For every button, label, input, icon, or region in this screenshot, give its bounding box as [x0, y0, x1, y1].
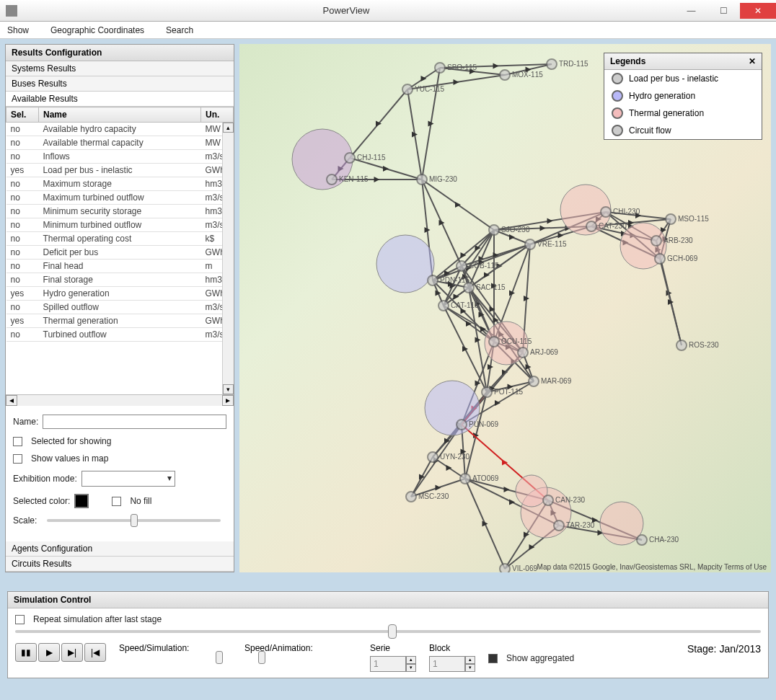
legends-close-icon[interactable]: ✕	[749, 56, 756, 66]
block-down-icon[interactable]: ▾	[465, 664, 475, 672]
table-row[interactable]: noInflowsm3/s	[6, 150, 234, 164]
block-label: Block	[429, 643, 475, 653]
results-sidebar: Results Configuration Systems Results Bu…	[5, 44, 234, 572]
col-sel[interactable]: Sel.	[6, 107, 39, 123]
block-input[interactable]	[429, 656, 465, 672]
menu-geo-coordinates[interactable]: Geographic Coordinates	[50, 25, 144, 35]
bus-node[interactable]	[528, 376, 539, 387]
map-view[interactable]: SBO-115TRD-115MOX-115YUC-115CHJ-115KEN-1…	[239, 44, 771, 572]
buses-results-tab[interactable]: Buses Results	[6, 76, 234, 92]
scale-slider[interactable]	[47, 519, 221, 522]
table-row[interactable]: noMaximum turbined outflowm3/s	[6, 191, 234, 205]
scroll-right-icon[interactable]: ▸	[222, 395, 234, 406]
bus-node[interactable]	[326, 174, 338, 185]
bus-node[interactable]	[600, 206, 612, 218]
bus-node[interactable]	[654, 253, 666, 265]
step-forward-button[interactable]: ▶|	[61, 643, 83, 662]
repeat-simulation-checkbox[interactable]	[15, 615, 25, 624]
step-back-button[interactable]: |◀	[84, 643, 106, 662]
maximize-button[interactable]: ☐	[707, 3, 740, 19]
menu-show[interactable]: Show	[7, 25, 29, 35]
no-fill-checkbox[interactable]	[112, 497, 121, 506]
col-un[interactable]: Un.	[201, 107, 234, 123]
menu-search[interactable]: Search	[166, 25, 193, 35]
pause-button[interactable]: ▮▮	[15, 643, 37, 662]
table-row[interactable]: noFinal headm	[6, 260, 234, 273]
circuits-results-tab[interactable]: Circuits Results	[6, 557, 234, 572]
bus-node[interactable]	[456, 260, 467, 272]
color-picker[interactable]	[74, 494, 89, 508]
name-input[interactable]	[43, 415, 226, 429]
table-row[interactable]: yesHydro generationGWh	[6, 287, 234, 301]
table-row[interactable]: noFinal storagehm3	[6, 273, 234, 287]
table-row[interactable]: noSpilled outflowm3/s	[6, 301, 234, 314]
bus-node[interactable]	[427, 275, 438, 286]
table-vertical-scrollbar[interactable]: ▴ ▾	[222, 123, 234, 394]
table-row[interactable]: noMinimum turbined outflowm3/s	[6, 218, 234, 232]
bus-node[interactable]	[438, 300, 449, 311]
bus-node[interactable]	[488, 336, 500, 347]
simulation-control-header: Simulation Control	[8, 592, 768, 608]
bus-node[interactable]	[542, 495, 554, 506]
close-button[interactable]: ✕	[740, 3, 776, 19]
bus-node[interactable]	[676, 340, 687, 351]
bus-node[interactable]	[416, 174, 428, 185]
block-up-icon[interactable]: ▴	[465, 656, 475, 664]
serie-input[interactable]	[370, 656, 406, 672]
bus-node[interactable]	[586, 221, 597, 232]
bus-node[interactable]	[499, 69, 511, 81]
minimize-button[interactable]: —	[675, 3, 707, 19]
no-fill-label: No fill	[130, 496, 151, 506]
bus-node[interactable]	[459, 473, 471, 484]
bus-node[interactable]	[405, 491, 417, 502]
bus-node[interactable]	[456, 419, 467, 430]
exhibition-mode-dropdown[interactable]	[81, 471, 175, 487]
bus-node[interactable]	[553, 520, 565, 531]
repeat-simulation-label: Repeat simulation after last stage	[33, 614, 162, 624]
bus-node[interactable]	[517, 347, 529, 358]
serie-up-icon[interactable]: ▴	[406, 656, 416, 664]
scroll-down-icon[interactable]: ▾	[223, 384, 234, 394]
table-row[interactable]: noThermal operating costk$	[6, 232, 234, 246]
systems-results-tab[interactable]: Systems Results	[6, 61, 234, 76]
table-row[interactable]: noMinimum security storagehm3	[6, 205, 234, 218]
bus-node[interactable]	[546, 58, 557, 70]
legend-item: Hydro generation	[604, 87, 762, 105]
scroll-left-icon[interactable]: ◂	[6, 395, 17, 406]
bus-node[interactable]	[344, 152, 356, 164]
agents-configuration-tab[interactable]: Agents Configuration	[6, 541, 234, 557]
legends-panel: Legends ✕ Load per bus - inelasticHydro …	[604, 53, 762, 140]
bus-node[interactable]	[636, 534, 648, 546]
bus-node[interactable]	[402, 84, 413, 95]
legend-item: Circuit flow	[604, 122, 762, 139]
table-row[interactable]: noAvailable hydro capacityMW	[6, 123, 234, 136]
play-button[interactable]: ▶	[38, 643, 60, 662]
table-row[interactable]: noAvailable thermal capacityMW	[6, 136, 234, 150]
bus-node[interactable]	[463, 282, 475, 293]
selected-for-showing-checkbox[interactable]	[13, 437, 22, 446]
bus-label: CHJ-115	[357, 154, 385, 161]
table-row[interactable]: noTurbined outflowm3/s	[6, 328, 234, 342]
table-horizontal-scrollbar[interactable]: ◂ ▸	[6, 394, 234, 406]
bus-node[interactable]	[488, 224, 500, 236]
bus-node[interactable]	[499, 563, 511, 572]
stage-slider[interactable]	[15, 630, 761, 633]
show-aggregated-checkbox[interactable]	[488, 654, 498, 663]
legends-title: Legends	[610, 56, 645, 66]
serie-down-icon[interactable]: ▾	[406, 664, 416, 672]
bus-node[interactable]	[524, 239, 536, 250]
bus-node[interactable]	[434, 62, 446, 74]
bus-node[interactable]	[665, 213, 676, 225]
bus-node[interactable]	[481, 386, 493, 398]
table-row[interactable]: yesLoad per bus - inelasticGWh	[6, 164, 234, 177]
svg-marker-97	[436, 291, 441, 296]
col-name[interactable]: Name	[39, 107, 201, 123]
speed-simulation-label: Speed/Simulation:	[119, 643, 232, 653]
bus-node[interactable]	[651, 235, 662, 247]
scroll-up-icon[interactable]: ▴	[223, 123, 234, 133]
bus-node[interactable]	[427, 451, 438, 463]
show-values-checkbox[interactable]	[13, 454, 22, 464]
table-row[interactable]: noDeficit per busGWh	[6, 246, 234, 260]
table-row[interactable]: yesThermal generationGWh	[6, 314, 234, 328]
table-row[interactable]: noMaximum storagehm3	[6, 177, 234, 191]
